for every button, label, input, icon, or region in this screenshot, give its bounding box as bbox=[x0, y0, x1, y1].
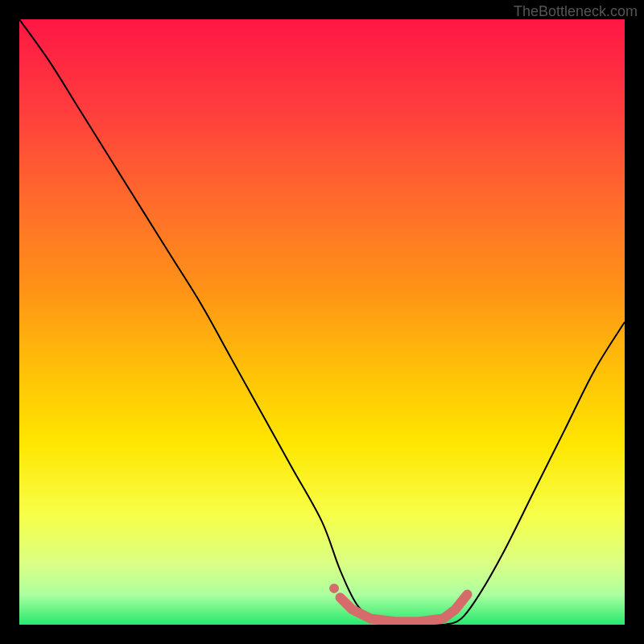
watermark-text: TheBottleneck.com bbox=[514, 3, 638, 20]
chart-container bbox=[19, 19, 625, 625]
chart-plot bbox=[19, 19, 625, 625]
bottleneck-curve-line bbox=[19, 19, 625, 625]
highlight-dot bbox=[329, 584, 339, 593]
optimal-range-highlight bbox=[341, 594, 468, 621]
